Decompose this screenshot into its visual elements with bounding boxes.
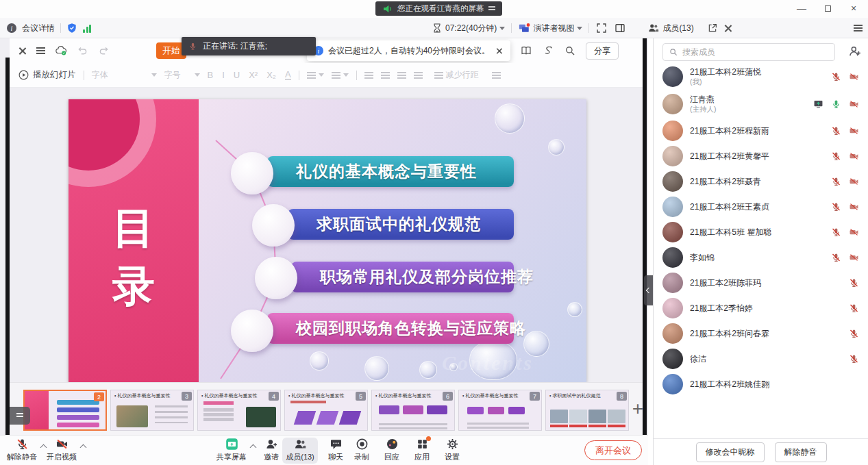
format-button[interactable]: U (234, 70, 240, 80)
cloud-saved-icon[interactable] (55, 45, 67, 57)
member-row[interactable]: 21服工本科2班问春霖 (654, 321, 868, 346)
close-panel-icon[interactable] (724, 24, 733, 33)
unmute-button[interactable]: 解除静音 (3, 438, 41, 464)
member-row[interactable]: 21服工本2班陈菲玛 (654, 270, 868, 295)
current-slide[interactable]: 目 录 礼仪的基本概念与重要性求职面试中的礼仪规范职场常用礼仪及部分岗位推荐校园… (69, 99, 586, 382)
screen-sharing-icon[interactable] (813, 99, 823, 110)
slide-thumbnail[interactable]: • 礼仪的基本概念与重要性6 (371, 390, 455, 431)
camera-off-icon[interactable] (849, 201, 859, 212)
slide-thumbnail[interactable]: 2 (23, 390, 107, 431)
mic-on-icon[interactable] (831, 99, 841, 110)
mic-muted-icon[interactable] (849, 328, 859, 338)
notice-close-icon[interactable] (495, 47, 502, 54)
close-button[interactable]: × (846, 1, 861, 15)
rename-button[interactable]: 修改会中昵称 (696, 442, 765, 462)
collapse-panel-tab[interactable] (644, 275, 653, 305)
format-button[interactable]: X² (249, 70, 258, 80)
network-signal-icon[interactable] (83, 24, 91, 33)
toc-item-bar: 校园到职场角色转换与适应策略 (267, 313, 514, 344)
mic-muted-icon[interactable] (849, 303, 859, 313)
member-row[interactable]: 21服工本2季怡婷 (654, 295, 868, 321)
mic-muted-icon[interactable] (831, 125, 841, 136)
format-button[interactable]: X₂ (266, 70, 276, 80)
play-slideshow-button[interactable]: 播放幻灯片 (18, 69, 76, 81)
members-button[interactable]: 成员(13) (281, 438, 319, 464)
view-mode-selector[interactable]: 演讲者视图 (518, 22, 582, 34)
slide-thumbnail[interactable]: • 礼仪的基本概念与重要性4 (197, 390, 281, 431)
reduce-spacing-button[interactable]: 减少行距 (434, 69, 479, 81)
mic-muted-icon[interactable] (831, 176, 841, 186)
mic-muted-icon[interactable] (831, 151, 841, 161)
member-row[interactable]: 21服工本科2班黄馨平 (654, 143, 868, 168)
video-options-caret[interactable] (80, 444, 87, 451)
camera-off-icon[interactable] (849, 227, 859, 237)
search-icon[interactable] (564, 45, 576, 57)
meeting-timer[interactable]: 07:22(40分钟) (432, 23, 505, 34)
member-row[interactable]: 21服工本科5班 瞿加聪 (654, 219, 868, 244)
banner-menu-icon[interactable] (488, 6, 495, 12)
align-right-icon[interactable] (397, 72, 406, 79)
camera-off-icon[interactable] (849, 99, 859, 110)
slide-thumbnail[interactable]: • 礼仪的基本概念与重要性3 (110, 390, 194, 431)
font-family-dropdown[interactable]: 字体 (92, 69, 157, 81)
increase-spacing-icon[interactable] (492, 72, 501, 79)
mic-muted-icon[interactable] (849, 277, 859, 288)
add-member-icon[interactable] (848, 45, 862, 58)
slide-thumbnail[interactable]: • 求职面试中的礼仪规范8 (545, 390, 629, 431)
popout-icon[interactable] (707, 23, 718, 34)
member-row[interactable]: 21服工本科2班程新雨 (654, 118, 868, 143)
align-center-icon[interactable] (381, 72, 390, 79)
bullet-list-button[interactable] (307, 72, 324, 79)
security-shield-icon[interactable] (66, 23, 77, 34)
fullscreen-icon[interactable] (595, 22, 608, 34)
read-mode-icon[interactable] (520, 45, 532, 57)
start-video-button[interactable]: 开启视频 (42, 438, 81, 464)
mic-muted-icon[interactable] (831, 227, 841, 237)
signature-icon[interactable] (542, 45, 554, 57)
camera-off-icon[interactable] (849, 72, 859, 82)
members-panel-tab[interactable]: 成员(13) (647, 22, 693, 34)
camera-off-icon[interactable] (849, 125, 859, 136)
member-row[interactable]: 21服工本科2班姚佳翾 (654, 371, 868, 397)
camera-off-icon[interactable] (849, 252, 859, 262)
font-size-dropdown[interactable]: 字号 (164, 69, 200, 81)
align-left-icon[interactable] (364, 72, 373, 79)
avatar (662, 374, 683, 394)
unmute-footer-button[interactable]: 解除静音 (775, 442, 827, 462)
mic-muted-icon[interactable] (831, 201, 841, 212)
member-row[interactable]: 徐洁 (654, 346, 868, 371)
ppt-menu-icon[interactable] (36, 47, 45, 54)
leave-meeting-button[interactable]: 离开会议 (584, 440, 642, 460)
slide-thumbnail[interactable]: • 礼仪的基本概念与重要性7 (458, 390, 542, 431)
mic-muted-icon[interactable] (849, 353, 859, 364)
slide-thumbnail[interactable]: • 礼仪的基本概念与重要性5 (284, 390, 368, 431)
ppt-close-icon[interactable] (18, 47, 27, 55)
search-input[interactable] (682, 47, 813, 57)
meeting-detail-link[interactable]: 会议详情 (22, 23, 55, 34)
camera-off-icon[interactable] (849, 151, 859, 161)
member-row[interactable]: 21服工本科2班蒲悦 (我) (654, 63, 868, 90)
member-row[interactable]: 21服工本科2班聂青 (654, 168, 868, 194)
mic-muted-icon[interactable] (831, 252, 841, 262)
floating-menu-button[interactable] (10, 407, 30, 425)
format-button[interactable]: B (208, 70, 214, 80)
member-row[interactable]: 江青燕 (主持人) (654, 90, 868, 118)
undo-icon[interactable] (77, 45, 88, 57)
camera-off-icon[interactable] (849, 176, 859, 186)
numbered-list-button[interactable] (332, 72, 349, 79)
member-search-box[interactable] (662, 43, 835, 61)
share-screen-button[interactable]: 共享屏幕 (212, 438, 251, 464)
mic-muted-icon[interactable] (831, 72, 841, 82)
minimize-button[interactable]: — (794, 1, 809, 15)
maximize-button[interactable] (820, 1, 835, 15)
settings-button[interactable]: 设置 (433, 438, 471, 464)
member-row[interactable]: 21服工本科2班王素贞 (654, 194, 868, 219)
redo-icon[interactable] (98, 45, 110, 57)
format-button[interactable]: A (285, 70, 291, 80)
format-button[interactable]: I (222, 70, 225, 80)
header-menu-icon[interactable] (854, 25, 863, 32)
ppt-share-button[interactable]: 分享 (586, 42, 619, 60)
align-justify-icon[interactable] (414, 72, 423, 79)
member-row[interactable]: 李如锦 (654, 244, 868, 270)
side-panel-icon[interactable] (614, 22, 626, 34)
